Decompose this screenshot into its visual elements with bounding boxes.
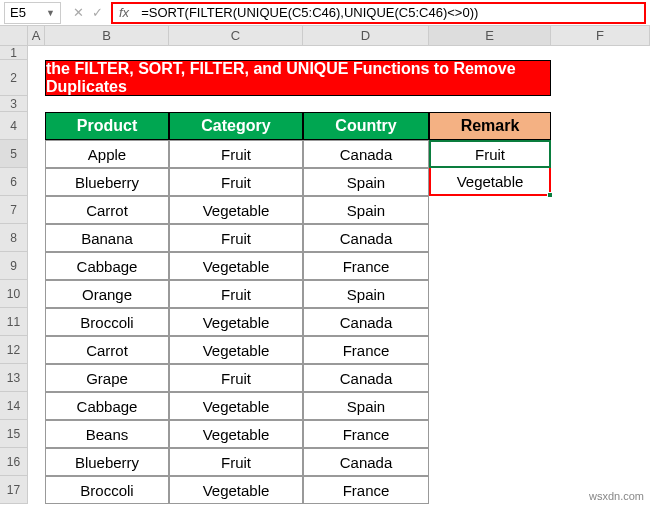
cell[interactable]: [28, 420, 45, 448]
cell-country[interactable]: Spain: [303, 392, 429, 420]
cell[interactable]: [429, 280, 551, 308]
cell[interactable]: [429, 392, 551, 420]
cell-product[interactable]: Orange: [45, 280, 169, 308]
row-header[interactable]: 15: [0, 420, 28, 448]
col-header-a[interactable]: A: [28, 26, 45, 45]
cell[interactable]: [28, 308, 45, 336]
row-header[interactable]: 1: [0, 46, 28, 60]
cell[interactable]: [551, 308, 650, 336]
cell[interactable]: [28, 112, 45, 140]
cancel-icon[interactable]: ✕: [73, 5, 84, 20]
cell-category[interactable]: Fruit: [169, 280, 303, 308]
header-country[interactable]: Country: [303, 112, 429, 140]
cell[interactable]: [28, 392, 45, 420]
row-header[interactable]: 8: [0, 224, 28, 252]
cell[interactable]: [28, 476, 45, 504]
row-header[interactable]: 16: [0, 448, 28, 476]
cell[interactable]: [429, 448, 551, 476]
cell[interactable]: [28, 448, 45, 476]
row-header[interactable]: 17: [0, 476, 28, 504]
cell-category[interactable]: Vegetable: [169, 336, 303, 364]
row-header[interactable]: 3: [0, 96, 28, 112]
cell[interactable]: [429, 420, 551, 448]
cell[interactable]: [28, 252, 45, 280]
cell[interactable]: [28, 60, 45, 96]
cell-remark[interactable]: Vegetable: [429, 168, 551, 196]
select-all-corner[interactable]: [0, 26, 28, 45]
header-category[interactable]: Category: [169, 112, 303, 140]
cell[interactable]: [28, 46, 45, 60]
cell[interactable]: [169, 96, 303, 112]
cell-product[interactable]: Carrot: [45, 196, 169, 224]
cell-category[interactable]: Vegetable: [169, 476, 303, 504]
cell-product[interactable]: Carrot: [45, 336, 169, 364]
cell-product[interactable]: Broccoli: [45, 476, 169, 504]
cell[interactable]: [429, 336, 551, 364]
cell-category[interactable]: Vegetable: [169, 392, 303, 420]
cell-category[interactable]: Fruit: [169, 140, 303, 168]
cell[interactable]: [429, 476, 551, 504]
cell[interactable]: [551, 112, 650, 140]
row-header[interactable]: 2: [0, 60, 28, 96]
cell[interactable]: [429, 364, 551, 392]
cell-product[interactable]: Cabbage: [45, 252, 169, 280]
cell-country[interactable]: Spain: [303, 168, 429, 196]
cell-country[interactable]: France: [303, 420, 429, 448]
cell[interactable]: [303, 46, 429, 60]
cell-category[interactable]: Vegetable: [169, 308, 303, 336]
cell[interactable]: [28, 140, 45, 168]
cell[interactable]: [551, 336, 650, 364]
cell[interactable]: [429, 96, 551, 112]
cell[interactable]: [45, 46, 169, 60]
cell-product[interactable]: Banana: [45, 224, 169, 252]
cell-product[interactable]: Broccoli: [45, 308, 169, 336]
cell-country[interactable]: Canada: [303, 140, 429, 168]
cell[interactable]: [551, 280, 650, 308]
cell[interactable]: [551, 448, 650, 476]
cell-category[interactable]: Vegetable: [169, 252, 303, 280]
cell[interactable]: [28, 280, 45, 308]
cell-product[interactable]: Cabbage: [45, 392, 169, 420]
cell-country[interactable]: France: [303, 252, 429, 280]
cell-country[interactable]: Canada: [303, 448, 429, 476]
cell-product[interactable]: Blueberry: [45, 168, 169, 196]
cell[interactable]: [28, 168, 45, 196]
cell-product[interactable]: Beans: [45, 420, 169, 448]
col-header-d[interactable]: D: [303, 26, 429, 45]
cell[interactable]: [551, 46, 650, 60]
cell[interactable]: [551, 196, 650, 224]
check-icon[interactable]: ✓: [92, 5, 103, 20]
cell[interactable]: [169, 46, 303, 60]
chevron-down-icon[interactable]: ▼: [46, 8, 55, 18]
cell-country[interactable]: Canada: [303, 224, 429, 252]
row-header[interactable]: 14: [0, 392, 28, 420]
cell-category[interactable]: Fruit: [169, 224, 303, 252]
cell-country[interactable]: France: [303, 476, 429, 504]
cell-country[interactable]: Canada: [303, 364, 429, 392]
title-banner[interactable]: the FILTER, SORT, FILTER, and UNIQUE Fun…: [45, 60, 551, 96]
cell[interactable]: [551, 140, 650, 168]
cell-country[interactable]: Spain: [303, 280, 429, 308]
header-remark[interactable]: Remark: [429, 112, 551, 140]
cell-country[interactable]: France: [303, 336, 429, 364]
cell[interactable]: [551, 364, 650, 392]
cell[interactable]: [429, 46, 551, 60]
fill-handle[interactable]: [547, 192, 553, 198]
row-header[interactable]: 9: [0, 252, 28, 280]
cell[interactable]: [28, 224, 45, 252]
row-header[interactable]: 7: [0, 196, 28, 224]
name-box[interactable]: E5 ▼: [4, 2, 61, 24]
cell-category[interactable]: Fruit: [169, 364, 303, 392]
cell-product[interactable]: Blueberry: [45, 448, 169, 476]
cell-remark-active[interactable]: Fruit: [429, 140, 551, 168]
cell-country[interactable]: Canada: [303, 308, 429, 336]
col-header-c[interactable]: C: [169, 26, 303, 45]
cell[interactable]: [28, 336, 45, 364]
row-header[interactable]: 11: [0, 308, 28, 336]
cell-category[interactable]: Fruit: [169, 448, 303, 476]
cell[interactable]: [429, 196, 551, 224]
cell[interactable]: [28, 196, 45, 224]
row-header[interactable]: 6: [0, 168, 28, 196]
fx-icon[interactable]: fx: [111, 2, 135, 24]
row-header[interactable]: 5: [0, 140, 28, 168]
